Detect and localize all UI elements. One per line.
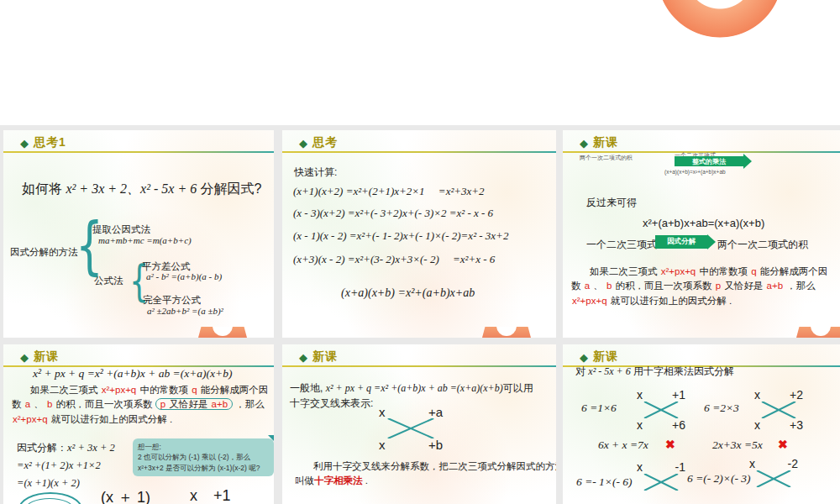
title-underline [282,151,556,153]
explanation-paragraph: 如果二次三项式 x²+px+q 中的常数项 q 能分解成两个因数 a 、 b 的… [12,383,269,427]
ellipse-annotation [18,492,82,504]
cross-term: x [754,418,760,432]
slide-title: 新课 [34,349,59,365]
diamond-icon: ◆ [299,137,307,150]
general-intro-line1: 一般地, x² + px + q =x² +(a+b)x + ab =(x+a)… [290,381,533,396]
mini-left-label: 两个一次二项式的积 [580,154,633,162]
slide-thumbnail-3[interactable]: ◆ 新课 两个一次二项式的积 一个二次三项式 整式的乘法 (x+a)(x+b)=… [563,130,840,338]
arrow-right-icon: 整式的乘法 [675,156,743,166]
cross-diagram: x +1 x +6 [637,388,685,432]
bowl-decoration [198,327,247,338]
bowl-circle [496,316,517,336]
slide-thumbnail-6[interactable]: ◆ 新课 对 x² - 5x + 6 用十字相乘法因式分解 6 =1×6 x +… [563,344,840,504]
flow-arrow-label: 因式分解 [667,237,696,247]
callout-line: 2 也可以分解为 (-1) 乘以 (-2)，那么 [138,452,269,462]
flow-left-label: 一个二次三项式 [586,238,657,252]
reversed-formula: x²+(a+b)x+ab=(x+a)(x+b) [643,217,764,229]
explanation-paragraph: 如果二次三项式 x²+px+q 中的常数项 q 能分解成两个因数 a 、 b 的… [571,265,828,308]
slide-title: 新课 [312,349,338,365]
general-intro-line2: 十字交叉线来表示: [290,396,373,411]
factor-pair-label: 6 =1×6 [581,402,617,415]
highlight-box: p 又恰好是 a+b [155,398,233,410]
cross-term: +1 [672,388,685,402]
equation-line: (x - 3)(x+2) =x²+(- 3+2)x+(- 3)×2 =x² - … [293,207,493,220]
conclusion-line2: 叫做十字相乘法 . [295,475,368,487]
title-underline [3,151,274,153]
bottom-cross-x: x [190,487,197,504]
cross-term: x [637,418,643,432]
orange-ring-decoration [657,0,783,38]
cross-term: +a [428,405,443,419]
cross-diagram: x -2 [749,457,798,501]
task-intro: 对 x² - 5x + 6 用十字相乘法因式分解 [575,365,734,379]
top-equation: x² + px + q =x² +(a+b)x + ab =(x+a)(x+b) [33,367,232,381]
cross-term: +b [428,438,443,452]
cross-lines-icon [753,470,795,487]
slide-thumbnail-1[interactable]: ◆ 思考1 如何将 x² + 3x + 2、x² - 5x + 6 分解因式? … [3,130,274,338]
wrong-icon: ✖ [778,438,788,451]
cross-term: x [379,405,386,419]
branch2b-label: 完全平方公式 [143,294,201,307]
cross-diagram: x +a x +b [379,405,443,452]
cross-term: +3 [790,418,803,432]
cross-term: -2 [788,457,798,470]
slide-thumbnail-4[interactable]: ◆ 新课 x² + px + q =x² +(a+b)x + ab =(x+a)… [3,344,274,504]
bottom-cross-plus1: +1 [213,487,231,504]
cross-term: -1 [675,460,685,474]
slide-thumbnail-5[interactable]: ◆ 新课 一般地, x² + px + q =x² +(a+b)x + ab =… [282,344,556,504]
bowl-decoration [796,327,840,338]
slide-header: ◆ 思考 [282,135,556,154]
conclusion-line1: 利用十字交叉线来分解系数，把二次三项式分解因式的方法 [295,460,556,473]
cross-lines-icon [382,418,439,438]
tree-root-label: 因式分解的方法 [10,246,78,259]
equation-line: (x - 1)(x - 2) =x²+(- 1- 2)x+(- 1)×(- 2)… [293,229,508,243]
top-preview-band [0,0,840,125]
cross-term: x [379,438,386,452]
factor-step-3: =(x +1)(x + 2) [17,477,80,490]
diamond-icon: ◆ [580,351,588,364]
bowl-circle [213,316,233,336]
branch1-formula: ma+mb+mc =m(a+b+c) [98,235,192,245]
mini-arrow-label: 整式的乘法 [692,157,726,166]
check-sum: 6x + x =7x [598,438,648,452]
branch2a-formula: a² - b² =(a+b)(a - b) [146,271,222,281]
cross-term: x [637,388,643,402]
question-text: 如何将 x² + 3x + 2、x² - 5x + 6 分解因式? [22,181,262,198]
diamond-icon: ◆ [20,351,29,364]
branch1-label: 提取公因式法 [92,223,150,236]
cross-term: x [637,460,643,474]
wrong-icon: ✖ [665,438,675,451]
bowl-circle [811,316,831,336]
ellipse-annotation-inner [25,498,74,504]
title-underline [282,365,556,367]
bottom-binomial: (x ＋ 1) [101,487,150,504]
cross-lines-icon [640,474,682,491]
slide-header: ◆ 新课 [282,349,556,368]
slide-thumbnail-2[interactable]: ◆ 思考 快速计算: (x+1)(x+2) =x²+(2+1)x+2×1 =x²… [282,130,556,338]
slide-title: 新课 [593,135,618,150]
intro-label: 快速计算: [294,165,337,180]
summary-formula: (x+a)(x+b) =x²+(a+b)x+ab [341,286,475,300]
callout-title: 想一想: [138,442,269,452]
diamond-icon: ◆ [299,351,307,364]
factor-step-2: =x² +(1+ 2)x +1×2 [17,459,101,472]
cross-diagram: x -1 [637,460,685,504]
slide-header: ◆ 思考1 [3,135,274,154]
cross-term: +6 [672,418,685,432]
cross-term: +2 [790,388,803,402]
slide-title: 思考 [312,135,338,150]
equation-line: (x+1)(x+2) =x²+(2+1)x+2×1 =x²+3x+2 [293,184,485,199]
cross-lines-icon [640,402,682,418]
branch2b-formula: a² ±2ab+b² =(a ±b)² [147,306,223,316]
factor-pair-label: 6 =- 1×(- 6) [576,475,633,489]
slide-title: 新课 [593,349,618,365]
factor-pair-label: 6 =(- 2)×(- 3) [687,472,751,486]
mini-formula: (x+a)(x+b)=x²+(a+b)x+ab [664,169,726,175]
think-callout: 想一想: 2 也可以分解为 (-1) 乘以 (-2)，那么 x²+3x+2 是否… [133,438,274,476]
cross-diagram: x +2 x +3 [754,388,803,432]
equation-line: (x+3)(x - 2) =x²+(3- 2)x+3×(- 2) =x²+x -… [293,252,495,267]
factor-pair-label: 6 =2×3 [704,402,739,415]
cross-term: x [749,457,755,470]
slide-title: 思考1 [34,135,66,150]
arrow-right-icon: 因式分解 [655,235,707,249]
